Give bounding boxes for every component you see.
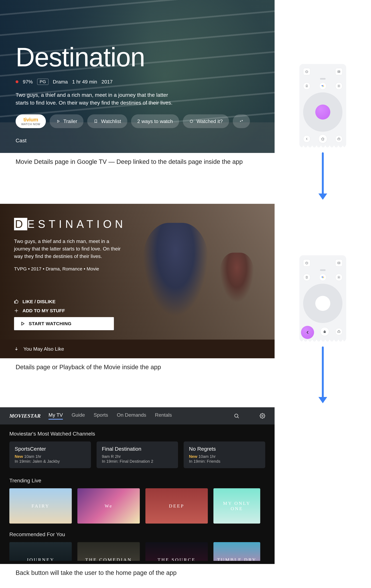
tab-on-demands[interactable]: On Demands — [117, 412, 146, 420]
remote-assistant-button[interactable] — [319, 274, 326, 281]
remote-back-button[interactable] — [303, 135, 310, 142]
thumbnail[interactable]: FAIRY — [9, 488, 72, 524]
section-channels-title: Moviestar's Most Watched Channels — [0, 424, 275, 441]
settings-icon[interactable] — [260, 413, 265, 419]
thumbnail[interactable]: DEEP — [145, 488, 208, 524]
movie-genre: Drama — [53, 79, 68, 85]
tab-guide[interactable]: Guide — [72, 412, 85, 420]
add-to-my-stuff-button[interactable]: ADD TO MY STUFF — [14, 308, 136, 313]
svg-point-11 — [323, 277, 324, 278]
app-home-panel: MOVIESTAR My TVGuideSportsOn DemandsRent… — [0, 407, 275, 564]
remote-settings-button[interactable] — [335, 82, 342, 90]
tab-my-tv[interactable]: My TV — [49, 412, 63, 420]
channel-card[interactable]: SportsCenterNew 10am 1hrIn 19min: Jalen … — [9, 441, 91, 468]
thumbnail-title: JOURNEY — [24, 557, 58, 561]
svg-point-2 — [322, 85, 323, 86]
thumbnail-title: FAIRY — [28, 503, 53, 509]
remote-input-button[interactable] — [335, 259, 342, 267]
channel-title: SportsCenter — [15, 446, 86, 452]
remote-power-button[interactable] — [303, 68, 310, 75]
remote-back-button-highlighted[interactable] — [301, 326, 314, 339]
svg-point-5 — [323, 86, 323, 87]
brand-logo: MOVIESTAR — [9, 413, 41, 419]
remote-tv-button[interactable] — [335, 135, 342, 142]
thumbnail-title: We — [101, 503, 116, 509]
movie-title: Destination — [16, 42, 265, 73]
provider-sublabel: WATCH NOW — [21, 123, 40, 126]
search-icon[interactable] — [234, 413, 239, 419]
remote-dpad-select[interactable] — [315, 105, 330, 120]
thumbnail-title: TUMBLE DRY — [214, 557, 260, 561]
googletv-details-panel: Destination 97% PG Drama 1 hr 49 min 201… — [0, 0, 275, 153]
channel-title: No Regrets — [189, 446, 260, 452]
flow-arrow-2 — [322, 346, 324, 403]
remote-tv-button[interactable] — [335, 328, 342, 335]
remote-dpad-select[interactable] — [315, 296, 330, 311]
caption-b: Details page or Playback of the Movie in… — [0, 358, 275, 380]
svg-point-13 — [339, 277, 339, 278]
thumbnail-title: DEEP — [166, 503, 187, 509]
remote-2 — [299, 255, 346, 342]
movie-meta: 97% PG Drama 1 hr 49 min 2017 — [16, 79, 265, 85]
remote-assistant-button[interactable] — [319, 83, 326, 89]
remote-bookmark-button[interactable] — [303, 82, 310, 90]
watchlist-button[interactable]: Watchlist — [87, 114, 127, 128]
thumbnail[interactable]: MY ONLY ONE — [213, 488, 260, 524]
svg-rect-1 — [338, 71, 340, 73]
movie-duration: 1 hr 49 min — [72, 79, 97, 85]
content-rating: PG — [37, 79, 48, 85]
more-button[interactable] — [233, 114, 250, 128]
inapp-meta: TVPG • 2017 • Drama, Romance • Movie — [14, 266, 136, 272]
svg-rect-7 — [338, 138, 340, 140]
movie-description: Two guys, a thief and a rich man, meet i… — [16, 91, 181, 106]
thumbnail[interactable]: We — [77, 488, 140, 524]
channel-card[interactable]: No RegretsNew 10am 1hrIn 19min: Friends — [184, 441, 265, 468]
play-icon — [20, 321, 25, 326]
movie-year: 2017 — [102, 79, 113, 85]
channel-time: New 10am 1hr — [15, 454, 86, 459]
remote-settings-button[interactable] — [335, 274, 342, 281]
svg-point-6 — [339, 86, 339, 86]
remote-bookmark-button[interactable] — [303, 274, 310, 281]
thumbs-up-icon — [14, 299, 19, 304]
remote-1 — [299, 64, 346, 148]
start-watching-button[interactable]: START WATCHING — [14, 317, 114, 330]
remote-mic-slot — [320, 78, 326, 80]
thumbnail[interactable]: THE SOURCE — [145, 542, 208, 561]
channel-time: 9am R 2hr — [102, 454, 173, 459]
more-icon — [239, 119, 244, 124]
channel-card[interactable]: Final Destination9am R 2hrIn 19min: Fina… — [97, 441, 178, 468]
tab-sports[interactable]: Sports — [94, 412, 108, 420]
watch-now-button[interactable]: tivium WATCH NOW — [16, 114, 46, 128]
svg-rect-14 — [338, 331, 340, 333]
thumbnail[interactable]: THE COMEDIAN — [77, 542, 140, 561]
tab-rentals[interactable]: Rentals — [155, 412, 172, 420]
inapp-details-panel: DESTINATION Two guys, a thief and a rich… — [0, 204, 275, 340]
thumbnail-title: THE SOURCE — [155, 557, 199, 561]
ways-to-watch-button[interactable]: 2 ways to watch — [131, 114, 179, 128]
like-dislike-button[interactable]: LIKE / DISLIKE — [14, 299, 136, 304]
you-may-also-like-row[interactable]: You May Also Like — [0, 340, 275, 358]
watched-button[interactable]: Watched it? — [183, 114, 229, 128]
thumbnail[interactable]: TUMBLE DRY — [213, 542, 260, 561]
channel-time: New 10am 1hr — [189, 454, 260, 459]
trailer-button[interactable]: Trailer — [50, 114, 83, 128]
circle-icon — [189, 119, 194, 124]
remote-home-button[interactable] — [319, 135, 327, 143]
remote-input-button[interactable] — [335, 68, 342, 75]
bookmark-icon — [93, 119, 98, 124]
remote-dpad[interactable] — [303, 92, 342, 132]
provider-logo: tivium — [23, 116, 38, 123]
remote-power-button[interactable] — [303, 259, 310, 267]
svg-point-3 — [323, 85, 324, 86]
remote-dpad[interactable] — [303, 284, 342, 323]
svg-point-4 — [323, 86, 324, 87]
thumbnail-title: MY ONLY ONE — [213, 501, 260, 511]
channel-next: In 19min: Final Destination 2 — [102, 459, 173, 464]
thumbnail[interactable]: JOURNEY — [9, 542, 72, 561]
caption-c: Back button will take the user to the ho… — [0, 564, 275, 586]
remote-mic-slot — [320, 269, 326, 271]
play-icon — [56, 119, 61, 124]
section-trending-title: Trending Live — [0, 471, 275, 488]
remote-home-button[interactable] — [320, 327, 329, 336]
